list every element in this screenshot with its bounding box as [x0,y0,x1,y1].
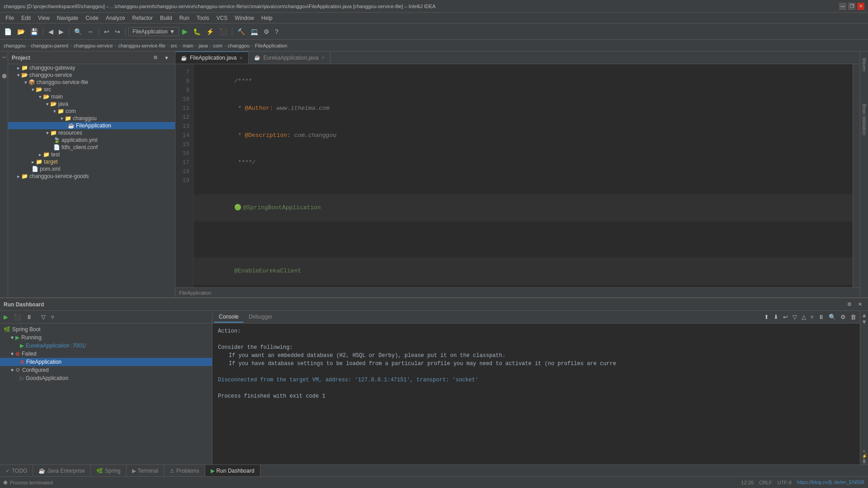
menu-refactor[interactable]: Refactor [129,14,156,22]
run-tree-running-group[interactable]: ▾ ▶ Running [0,333,212,342]
menu-view[interactable]: View [34,14,53,22]
tree-pom-xml[interactable]: 📄 pom.xml [8,165,175,173]
tree-changgou-service[interactable]: ▾ 📂 changgou-service [8,71,175,79]
tree-com[interactable]: ▾ 📁 com [8,108,175,115]
menu-code[interactable]: Code [82,14,102,22]
debug-button[interactable]: 🐛 [191,27,203,37]
tab-fileapplication-close[interactable]: ✕ [239,56,243,61]
tree-service-file[interactable]: ▾ 📦 changgou-service-file [8,79,175,86]
menu-run[interactable]: Run [176,14,193,22]
terminal-button[interactable]: 💻 [248,27,260,37]
open-button[interactable]: 📂 [15,27,27,37]
tree-main[interactable]: ▾ 📂 main [8,93,175,100]
tree-service-goods[interactable]: ▸ 📁 changgou-service-goods [8,173,175,180]
dashboard-settings-btn[interactable]: ⚙ [845,300,854,309]
console-wrap-btn[interactable]: ↩ [781,313,790,321]
run-coverage-button[interactable]: ⚡ [204,27,216,37]
tab-terminal[interactable]: ▶ Terminal [127,465,164,476]
breadcrumb-changgou-parent[interactable]: changgou-parent [31,43,68,48]
menu-navigate[interactable]: Navigate [53,14,82,22]
breadcrumb-service-file[interactable]: changgou-service-file [118,43,165,48]
project-settings-button[interactable]: ⚙ [151,53,160,62]
back-button[interactable]: ◀ [46,27,56,37]
run-tree-failed-group[interactable]: ▾ ⊗ Failed [0,350,212,358]
help-btn[interactable]: ? [273,27,281,37]
new-project-button[interactable]: 📄 [2,27,14,37]
run-tree-configured-group[interactable]: ▾ ⚙ Configured [0,366,212,374]
menu-file[interactable]: File [2,14,18,22]
redo-button[interactable]: ↪ [113,27,123,37]
tab-java-enterprise[interactable]: ☕ Java Enterprise [33,465,90,476]
console-scroll-top-btn[interactable]: ▲ [861,312,867,319]
tree-changgou2[interactable]: ▾ 📁 changgou [8,115,175,122]
menu-edit[interactable]: Edit [18,14,34,22]
run-button[interactable]: ▶ [180,26,190,37]
save-button[interactable]: 💾 [28,27,40,37]
run-tree-spring-boot[interactable]: 🌿 Spring Boot [0,325,212,333]
menu-vcs[interactable]: VCS [213,14,231,22]
tab-eureka-close[interactable]: ✕ [321,55,325,60]
tab-spring[interactable]: 🌿 Spring [91,465,127,476]
tree-fileapplication[interactable]: ☕ FileApplication [8,122,175,129]
breadcrumb-src[interactable]: src [171,43,178,48]
menu-build[interactable]: Build [156,14,176,22]
console-clear-btn[interactable]: 🗑 [849,313,858,321]
run-filter2-btn[interactable]: ▿ [49,313,56,321]
menu-tools[interactable]: Tools [193,14,213,22]
breadcrumb-com[interactable]: com [213,43,222,48]
project-icon[interactable]: 1 [0,53,8,61]
console-search-btn[interactable]: 🔍 [827,313,838,321]
run-pause-btn[interactable]: ⏸ [24,313,34,321]
tab-run-dashboard[interactable]: ▶ Run Dashboard [205,465,260,476]
tab-fileapplication[interactable]: ☕ FileApplication.java ✕ [175,52,249,64]
bean-validation-label[interactable]: Bean Validation [861,101,868,138]
maximize-button[interactable]: ❐ [848,3,855,10]
tree-resources[interactable]: ▾ 📁 resources [8,129,175,136]
settings-button[interactable]: ⚙ [261,27,272,37]
close-button[interactable]: ✕ [857,3,864,10]
tree-src[interactable]: ▾ 📂 src [8,86,175,93]
run-tree-goods-app[interactable]: ▷ GoodsApplication [0,374,212,382]
run-tree-eureka[interactable]: ▶ EurekaApplication :7001/ [0,342,212,350]
tree-test[interactable]: ▸ 📁 test [8,151,175,158]
breadcrumb-changgou[interactable]: changgou [4,43,25,48]
console-gutter-btn2[interactable]: ⚡ [862,454,867,459]
tab-console[interactable]: Console [214,312,243,323]
project-collapse-button[interactable]: ▼ [162,53,171,62]
console-pause-btn[interactable]: ⏸ [816,313,826,321]
tab-eurekaapplication[interactable]: ☕ EurekaApplication.java ✕ [249,52,330,64]
breadcrumb-main[interactable]: main [183,43,193,48]
console-settings-btn[interactable]: ⚙ [839,313,848,321]
menu-help[interactable]: Help [258,14,276,22]
console-filter2-btn[interactable]: △ [800,313,808,321]
menu-analyze[interactable]: Analyze [102,14,129,22]
minimize-button[interactable]: — [839,3,846,10]
breadcrumb-changgou2[interactable]: changgou [228,43,250,48]
code-content[interactable]: /**** * @Author: www.itheima.com * @Desc… [193,64,853,287]
run-config-selector[interactable]: FileApplication▼ [128,27,179,36]
build-button[interactable]: 🔨 [235,27,247,37]
breadcrumb-fileapplication[interactable]: FileApplication [255,43,288,48]
console-gutter-btn3[interactable]: 🗑 [862,459,867,464]
run-stop-all-btn[interactable]: ⬛ [12,313,23,321]
breadcrumb-java[interactable]: java [198,43,208,48]
run-filter-btn[interactable]: ▽ [39,313,47,321]
console-filter3-btn[interactable]: ▿ [809,313,816,321]
tree-application-yml[interactable]: 🍃 application.yml [8,136,175,144]
forward-button[interactable]: ▶ [57,27,66,37]
search-button[interactable]: 🔍 [72,27,84,37]
search-replace-button[interactable]: ↔ [85,27,96,37]
structure-icon[interactable]: ⬤ [0,70,8,81]
console-scroll-down-btn[interactable]: ⬇ [772,313,780,321]
tab-todo[interactable]: ✓ TODO [0,465,33,476]
stop-button[interactable]: ⬛ [217,27,229,37]
tree-fdfs-conf[interactable]: 📄 fdfs_client.conf [8,144,175,151]
console-content[interactable]: Action: Consider the following: If you w… [212,324,860,465]
tab-problems[interactable]: ⚠ Problems [164,465,205,476]
maven-label[interactable]: Maven [861,55,868,74]
breadcrumb-changgou-service[interactable]: changgou-service [74,43,113,48]
undo-button[interactable]: ↩ [102,27,112,37]
tree-target[interactable]: ▸ 📁 target [8,158,175,165]
console-scroll-bottom-btn[interactable]: ▼ [861,319,867,325]
tab-debugger[interactable]: Debugger [244,312,277,323]
